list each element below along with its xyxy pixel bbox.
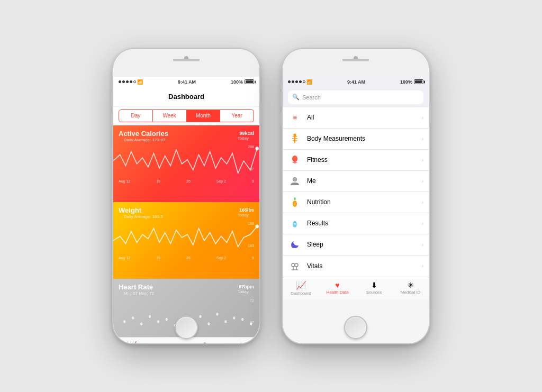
- tab-medical-label-2: Medical ID: [401, 290, 421, 295]
- cal-date-mid3: Sep 2: [216, 179, 226, 183]
- battery-fill-2: [415, 80, 422, 83]
- weight-min: 163: [248, 244, 254, 248]
- cal-date-mid1: 19: [156, 179, 160, 183]
- sleep-chevron: ›: [422, 242, 423, 248]
- tab-medical-id[interactable]: ✳ Medical ID: [223, 341, 259, 343]
- search-bar-container: 🔍 Search: [283, 87, 429, 107]
- svg-point-2: [123, 320, 125, 323]
- tab-health-data[interactable]: ♥ Health Data: [150, 341, 186, 343]
- svg-point-28: [294, 202, 296, 206]
- list-item-sleep[interactable]: Sleep ›: [283, 234, 429, 256]
- search-placeholder: Search: [302, 94, 321, 101]
- calories-min: 87: [250, 167, 254, 171]
- nav-bar-dashboard: Dashboard: [113, 87, 259, 106]
- list-item-vitals[interactable]: Vitals ›: [283, 256, 429, 277]
- dot1: [119, 80, 121, 83]
- list-item-nutrition[interactable]: Nutrition ›: [283, 192, 429, 213]
- list-item-me[interactable]: Me ›: [283, 171, 429, 192]
- tab-dashboard-2[interactable]: 📈 Dashboard: [283, 280, 319, 296]
- sources-tab-icon-2: ⬇: [371, 281, 377, 289]
- svg-point-0: [256, 147, 259, 150]
- battery-pct: 100%: [231, 79, 243, 85]
- health-data-tab-icon: ♥: [166, 341, 170, 343]
- svg-point-33: [295, 263, 298, 267]
- calories-unit: kcal: [245, 131, 254, 136]
- fitness-icon: [288, 153, 302, 167]
- nav-title-dashboard: Dashboard: [168, 93, 204, 101]
- results-chevron: ›: [422, 221, 423, 226]
- dashboard-tab-icon-2: 📈: [296, 280, 306, 290]
- wifi-icon-2: 📶: [306, 79, 312, 85]
- heartrate-value: 67bpm: [232, 283, 254, 289]
- filter-year[interactable]: Year: [220, 110, 254, 122]
- list-item-all[interactable]: ≡ All ›: [283, 107, 429, 129]
- calories-labels: Aug 12 19 26 Sep 2 9: [113, 179, 259, 183]
- dot3: [126, 80, 129, 83]
- list-item-body-measurements[interactable]: Body Measurements ›: [283, 129, 429, 150]
- status-bar-2: 📶 9:41 AM 100%: [283, 77, 429, 87]
- vitals-icon: [288, 259, 302, 273]
- weight-unit: lbs: [247, 207, 254, 213]
- svg-rect-30: [293, 225, 296, 226]
- vitals-label: Vitals: [307, 262, 422, 270]
- status-right: 100%: [231, 79, 254, 85]
- signal-dots-2: [288, 80, 305, 83]
- tab-health-data-2[interactable]: ♥ Health Data: [319, 281, 356, 295]
- search-bar[interactable]: 🔍 Search: [288, 90, 423, 104]
- sources-tab-icon: ⬇: [202, 341, 208, 343]
- svg-point-1: [256, 224, 259, 228]
- results-label: Results: [307, 220, 422, 227]
- vitals-chevron: ›: [422, 263, 423, 269]
- calories-chart-area: 268 87: [113, 142, 259, 179]
- heartrate-max: 72: [250, 298, 254, 302]
- tab-sources[interactable]: ⬇ Sources: [186, 341, 223, 343]
- medical-id-tab-icon-2: ✳: [408, 281, 414, 289]
- all-icon: ≡: [288, 111, 302, 124]
- filter-day[interactable]: Day: [119, 110, 153, 122]
- sleep-label: Sleep: [307, 241, 422, 248]
- tab-health-label-2: Health Data: [326, 290, 348, 295]
- svg-point-6: [157, 320, 159, 323]
- heartrate-num: 67: [239, 284, 244, 289]
- svg-point-26: [293, 178, 296, 181]
- home-button-1[interactable]: [175, 316, 198, 339]
- calories-title-text: Active Calories: [119, 130, 170, 138]
- health-data-list: ≡ All ›: [283, 107, 429, 277]
- wifi-icon: 📶: [137, 79, 143, 85]
- heartrate-value-container: 67bpm Today: [232, 283, 254, 294]
- home-button-2[interactable]: [344, 316, 367, 339]
- weight-title-text: Weight: [119, 206, 168, 214]
- calories-svg: [113, 142, 259, 179]
- speaker: [173, 59, 200, 61]
- list-item-results[interactable]: Results ›: [283, 213, 429, 234]
- tab-dashboard[interactable]: 📈 Dashboard: [113, 341, 150, 343]
- body-chevron: ›: [422, 136, 423, 142]
- time-filter: Day Week Month Year: [113, 106, 259, 125]
- calories-period: Today: [232, 136, 254, 141]
- body-measurements-label: Body Measurements: [307, 135, 422, 142]
- weight-sub: Daily Average: 165.5: [119, 214, 168, 219]
- status-bar: 📶 9:41 AM 100%: [113, 77, 259, 87]
- weight-value-container: 165lbs Today: [232, 206, 254, 217]
- filter-week[interactable]: Week: [153, 110, 187, 122]
- nutrition-icon: [288, 195, 302, 209]
- tab-medical-id-2[interactable]: ✳ Medical ID: [392, 281, 429, 295]
- status-right-2: 100%: [400, 79, 423, 85]
- dot2: [122, 80, 125, 83]
- weight-labels: Aug 12 19 26 Sep 2 9: [113, 256, 259, 260]
- iphone-screen-health: 📶 9:41 AM 100% 🔍 Search: [283, 49, 429, 343]
- heartrate-title-container: Heart Rate Min: 67 Max: 72: [119, 283, 159, 296]
- filter-month[interactable]: Month: [187, 110, 221, 122]
- iphone-screen-dashboard: 📶 9:41 AM 100% Dashboard Da: [113, 49, 259, 343]
- me-chevron: ›: [422, 178, 423, 184]
- me-icon: [288, 174, 302, 188]
- tab-sources-2[interactable]: ⬇ Sources: [356, 281, 392, 295]
- tab-sources-label-2: Sources: [366, 290, 382, 295]
- weight-max: 168: [248, 222, 254, 225]
- search-icon: 🔍: [292, 94, 300, 101]
- svg-point-24: [293, 156, 296, 160]
- status-left-2: 📶: [288, 79, 312, 85]
- nutrition-label: Nutrition: [307, 198, 422, 206]
- me-label: Me: [307, 177, 422, 185]
- list-item-fitness[interactable]: Fitness ›: [283, 150, 429, 171]
